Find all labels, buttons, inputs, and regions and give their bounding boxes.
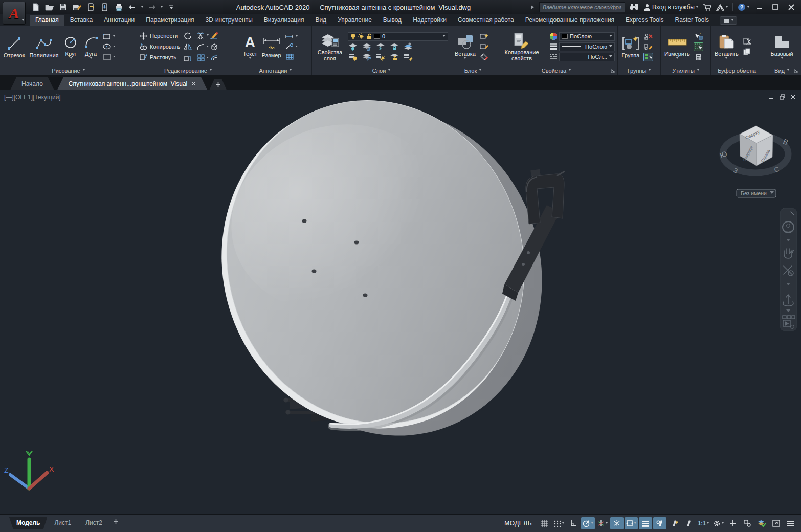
ribbon-tab-featured-apps[interactable]: Рекомендованные приложения [520,15,620,26]
open-from-web-mobile-button[interactable] [86,2,96,12]
viewcube[interactable]: Ю В З С Сверху Спереди Справа Без имени [719,126,789,197]
explode-button[interactable] [209,42,219,51]
doc-close-icon[interactable] [790,94,796,100]
panel-label-annotation[interactable]: Аннотации [239,66,312,75]
layout-tab-layout1[interactable]: Лист1 [47,517,78,529]
group-button[interactable]: Группа [620,34,641,59]
edit-group-button[interactable] [643,42,653,51]
chevron-down-icon[interactable] [207,57,209,59]
properties-dialog-launcher[interactable] [611,69,615,73]
layer-off-button[interactable] [348,42,358,51]
layer-unlock-button[interactable] [389,53,399,61]
chevron-down-icon[interactable] [207,34,209,37]
doc-restore-icon[interactable] [780,94,785,100]
grid-display-toggle[interactable] [538,517,551,529]
open-file-button[interactable] [44,2,55,12]
chevron-down-icon[interactable] [113,46,115,48]
customization-crosshair-button[interactable] [726,517,740,529]
isometric-drafting-toggle[interactable] [596,517,609,529]
panel-label-block[interactable]: Блок [451,66,495,75]
linetype-dropdown[interactable]: ПоСл... [559,53,615,61]
panel-label-groups[interactable]: Группы [618,66,660,75]
ribbon-display-toggle[interactable] [720,16,737,25]
customize-status-bar-button[interactable] [784,517,797,529]
ribbon-tab-3dtools[interactable]: 3D-инструменты [200,15,258,26]
chevron-down-icon[interactable] [207,46,209,48]
polyline-button[interactable]: Полилиния [28,34,59,59]
ribbon-tab-addins[interactable]: Надстройки [407,15,452,26]
layer-lock-button[interactable] [389,42,399,51]
annotation-visibility-toggle[interactable] [653,517,666,529]
layer-isolate-button[interactable] [362,42,371,51]
edit-attributes-button[interactable] [479,53,489,61]
quick-select-button[interactable] [694,32,703,41]
dimension-button[interactable]: Размер [261,34,282,59]
lineweight-dropdown[interactable]: ПоСлою [559,42,615,51]
mirror-button[interactable] [183,42,192,51]
make-current-layer-button[interactable] [403,42,413,51]
copy-button[interactable]: Копировать [140,42,180,52]
ucs-icon[interactable]: Y X Z [4,450,54,489]
circle-button[interactable]: Круг [62,33,80,60]
insert-block-button[interactable]: Вставка [454,33,477,60]
stretch-button[interactable]: Растянуть [140,53,180,62]
annotation-scale-value[interactable]: 1:1 [696,517,710,529]
base-view-button[interactable]: Базовый [769,33,794,60]
drawing-viewport[interactable]: [—][OLE1][Текущий] [0,90,801,514]
annotation-autoscale-toggle[interactable] [668,517,681,529]
chevron-down-icon[interactable] [591,522,593,525]
cut-button[interactable] [742,37,752,46]
layer-match-button[interactable] [403,53,413,61]
annotation-scale-button[interactable] [682,517,695,529]
arc-button[interactable]: Дуга [82,33,100,60]
undo-history-caret[interactable] [141,6,143,9]
ungroup-button[interactable] [643,32,653,41]
layer-properties-button[interactable]: Свойства слоя [315,31,345,62]
search-exchange-button[interactable] [630,4,639,11]
plot-button[interactable] [114,2,124,12]
ribbon-tab-home[interactable]: Главная [30,15,64,26]
quick-calculator-button[interactable] [694,53,703,61]
group-selection-toggle[interactable] [643,53,653,61]
hatch-button[interactable] [102,53,112,61]
ribbon-tab-view[interactable]: Вид [309,15,332,26]
move-button[interactable]: Перенести [140,31,180,41]
panel-label-utilities[interactable]: Утилиты [661,66,710,75]
ribbon-tab-visualize[interactable]: Визуализация [258,15,310,26]
measure-button[interactable]: Измерить [663,33,691,60]
array-button[interactable] [196,54,206,62]
doc-minimize-icon[interactable] [769,94,774,100]
redo-history-caret[interactable] [161,6,163,9]
panel-label-modify[interactable]: Редактирование [137,66,239,75]
graphics-performance-button[interactable] [755,517,768,529]
ribbon-tab-output[interactable]: Вывод [377,15,407,26]
edit-block-button[interactable] [479,42,489,51]
chevron-down-icon[interactable] [722,522,724,525]
snap-mode-toggle[interactable] [552,517,566,529]
chevron-down-icon[interactable] [296,46,298,48]
chevron-down-icon[interactable] [113,35,115,38]
new-file-button[interactable] [31,2,41,12]
trim-button[interactable] [196,31,206,40]
chevron-down-icon[interactable] [634,522,636,525]
rotate-button[interactable] [183,31,192,40]
table-button[interactable] [285,53,295,61]
isolate-objects-button[interactable] [741,517,754,529]
save-button[interactable] [58,2,69,12]
object-snap-toggle[interactable] [625,517,638,529]
view-dialog-launcher[interactable] [794,69,798,73]
save-to-web-mobile-button[interactable] [100,2,110,12]
redo-button[interactable] [147,2,157,12]
ortho-mode-toggle[interactable] [567,517,580,529]
ribbon-tab-annotate[interactable]: Аннотации [98,15,140,26]
viewcube-view-name-dropdown[interactable]: Без имени [737,189,776,197]
expand-search-icon[interactable] [530,5,535,10]
ribbon-tab-manage[interactable]: Управление [332,15,377,26]
new-drawing-tab-button[interactable] [209,79,227,90]
layer-unisolate-button[interactable] [362,53,371,61]
close-button[interactable] [786,2,797,12]
offset-button[interactable] [209,54,219,62]
minimize-button[interactable] [754,2,765,12]
create-block-button[interactable] [479,32,489,41]
polar-tracking-toggle[interactable] [581,517,595,529]
